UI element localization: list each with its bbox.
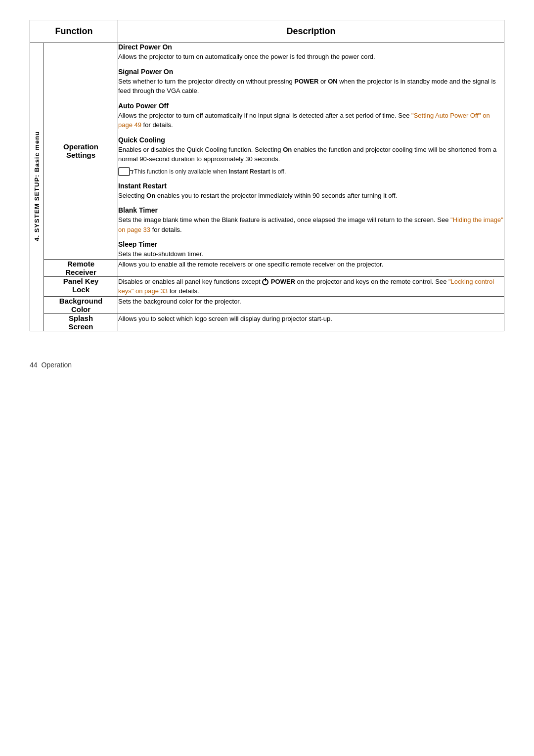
- page-content: Function Description 4. SYSTEM SETUP: Ba…: [30, 20, 504, 369]
- sleep-timer-body: Sets the auto-shutdown timer.: [118, 249, 504, 259]
- quick-cooling-body: Enables or disables the Quick Cooling fu…: [118, 145, 504, 164]
- quick-cooling-on-bold: On: [283, 146, 292, 153]
- panel-key-lock-desc: Disables or enables all panel key functi…: [118, 276, 504, 296]
- operation-settings-row: 4. SYSTEM SETUP: Basic menu Operation Se…: [30, 43, 504, 260]
- instant-restart-on-bold: On: [146, 192, 155, 199]
- blank-timer-body: Sets the image blank time when the Blank…: [118, 215, 504, 234]
- panel-key-lock-body: Disables or enables all panel key functi…: [118, 278, 494, 295]
- operation-settings-description: Direct Power On Allows the projector to …: [118, 43, 504, 260]
- blank-timer-entry: Blank Timer Sets the image blank time wh…: [118, 206, 504, 234]
- background-color-desc: Sets the background color for the projec…: [118, 296, 504, 313]
- signal-power-on-body: Sets whether to turn the projector direc…: [118, 77, 504, 96]
- blank-timer-title: Blank Timer: [118, 206, 504, 214]
- splash-screen-desc: Allows you to select which logo screen w…: [118, 313, 504, 331]
- page-footer: 44 Operation: [30, 361, 504, 369]
- remote-receiver-desc: Allows you to enable all the remote rece…: [118, 259, 504, 276]
- instant-restart-title: Instant Restart: [118, 182, 504, 190]
- remote-receiver-row: Remote Receiver Allows you to enable all…: [30, 259, 504, 276]
- background-color-row: Background Color Sets the background col…: [30, 296, 504, 313]
- signal-power-on-entry: Signal Power On Sets whether to turn the…: [118, 68, 504, 96]
- remote-receiver-function: Remote Receiver: [44, 259, 118, 276]
- instant-restart-entry: Instant Restart Selecting On enables you…: [118, 182, 504, 201]
- footer-label: Operation: [42, 361, 72, 369]
- instant-restart-body: Selecting On enables you to restart the …: [118, 191, 504, 201]
- on-bold: ON: [328, 78, 338, 85]
- auto-power-off-body: Allows the projector to turn off automat…: [118, 111, 504, 130]
- quick-cooling-entry: Quick Cooling Enables or disables the Qu…: [118, 136, 504, 176]
- description-header: Description: [118, 20, 504, 43]
- auto-power-off-title: Auto Power Off: [118, 102, 504, 110]
- splash-screen-row: Splash Screen Allows you to select which…: [30, 313, 504, 331]
- splash-screen-function: Splash Screen: [44, 313, 118, 331]
- note-icon: [118, 167, 130, 176]
- sidebar-label: 4. SYSTEM SETUP: Basic menu: [33, 131, 41, 241]
- quick-cooling-title: Quick Cooling: [118, 136, 504, 144]
- function-header: Function: [30, 20, 118, 43]
- background-color-function: Background Color: [44, 296, 118, 313]
- instant-restart-bold-note: Instant Restart: [228, 168, 270, 175]
- direct-power-on-entry: Direct Power On Allows the projector to …: [118, 43, 504, 62]
- power-label-bold: POWER: [269, 278, 295, 285]
- panel-key-link: "Locking control keys" on page 33: [118, 278, 494, 295]
- direct-power-on-title: Direct Power On: [118, 43, 504, 51]
- quick-cooling-note: This function is only available when Ins…: [118, 167, 504, 176]
- power-bold: POWER: [294, 78, 318, 85]
- signal-power-on-title: Signal Power On: [118, 68, 504, 76]
- direct-power-on-body: Allows the projector to turn on automati…: [118, 52, 504, 62]
- operation-settings-function: Operation Settings: [44, 43, 118, 260]
- sidebar-cell: 4. SYSTEM SETUP: Basic menu: [30, 43, 44, 331]
- panel-key-lock-function: Panel Key Lock: [44, 276, 118, 296]
- power-circle-icon: [262, 279, 268, 285]
- blank-timer-link: "Hiding the image" on page 33: [118, 216, 503, 233]
- main-table: Function Description 4. SYSTEM SETUP: Ba…: [30, 20, 504, 331]
- note-text: This function is only available when Ins…: [134, 168, 286, 175]
- panel-key-lock-row: Panel Key Lock Disables or enables all p…: [30, 276, 504, 296]
- sleep-timer-title: Sleep Timer: [118, 240, 504, 248]
- auto-power-off-entry: Auto Power Off Allows the projector to t…: [118, 102, 504, 130]
- page-number: 44: [30, 361, 38, 369]
- auto-power-off-link: "Setting Auto Power Off" on page 49: [118, 112, 490, 129]
- sleep-timer-entry: Sleep Timer Sets the auto-shutdown timer…: [118, 240, 504, 259]
